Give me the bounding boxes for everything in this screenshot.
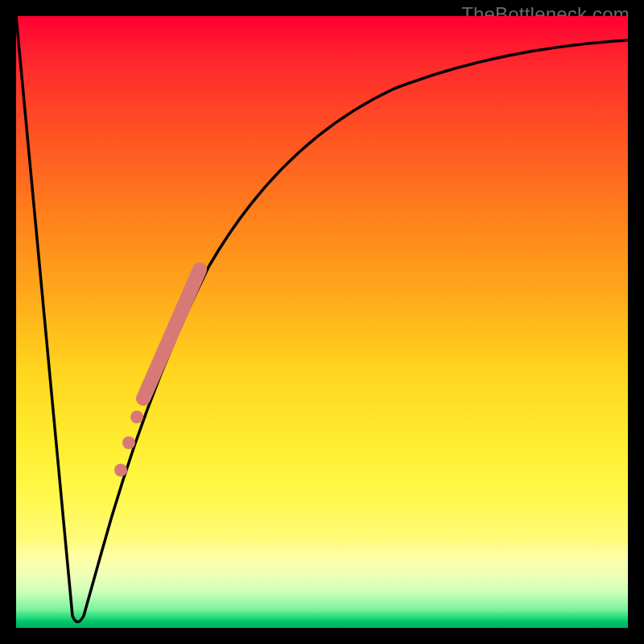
bottleneck-curve-path [16,16,628,622]
highlight-dot-2 [122,436,135,449]
highlight-dot-1 [130,411,143,423]
highlight-dot-3 [114,464,127,477]
curve-svg [16,16,628,628]
chart-frame: TheBottleneck.com [0,0,644,644]
highlight-bar [143,270,200,398]
plot-area [16,16,628,628]
